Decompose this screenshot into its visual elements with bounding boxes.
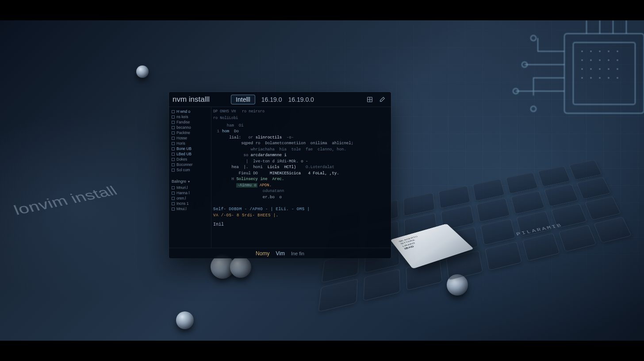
sidebar-item[interactable]: Fandise [171,119,210,125]
graphics-card-label: lonvim install [12,184,121,218]
sidebar-item[interactable]: Sol com [171,167,210,173]
file-icon [172,158,175,161]
divider-text-b: VA /-OS- 8 Srdi- BHEES | [213,213,276,218]
sidebar-item-label: Bone UB [176,146,192,151]
file-icon [172,142,175,145]
file-icon [172,192,175,195]
code-line: H Solinsecy ine Arec. [213,177,387,183]
svg-point-15 [617,59,618,61]
code-block: ham Oi1hom Do lial: or slinroctils -o- s… [213,123,387,201]
editor-top-label: ro NoliLobi [213,115,238,121]
file-icon [172,186,175,189]
file-icon [172,110,175,113]
editor-top-tabs: DP ONHS VH ro neirsro [213,109,387,115]
layout-icon[interactable] [365,95,374,104]
sidebar-item[interactable]: H wnd o [171,109,210,114]
svg-point-16 [581,68,583,70]
sidebar-item-label: LBed UB [176,152,192,156]
svg-point-14 [608,59,610,61]
capacitor-decor [176,311,194,329]
sidebar-item[interactable]: Hanna l [171,190,210,196]
repl-divider: Self- DOBDM - /APHO - | ElLi. - OMS | [213,207,387,213]
file-icon [172,115,175,119]
sidebar-item[interactable]: Hosse [171,135,210,141]
terminal-window: nvm installl Intelll 16.19.0 16.19.0.0 H… [169,92,391,258]
svg-point-5 [531,106,536,111]
code-line: | lve-ton d iRdi-MOk. o - [213,159,387,165]
code-line: Fieul DO MINEKCESicica 4 FoLal, ,ty. [213,171,387,177]
svg-point-22 [590,77,592,79]
version-label-b: 16.19.0.0 [288,96,314,103]
svg-point-17 [590,68,592,70]
chevron-down-icon: ▾ [188,180,190,184]
file-icon [172,169,175,172]
arch-badge: Intelll [231,95,255,104]
prompt-label: Inil [213,221,387,228]
sidebar-item[interactable]: Incns 1 [171,201,210,206]
sidebar-item[interactable]: LBed UB [171,151,210,157]
edit-icon[interactable] [378,95,387,104]
sidebar-item-label: oren.l [176,196,186,200]
code-line: hea |. honi Licls HCTl) O.Loterdalat [213,165,387,171]
sidebar-item-label: Dokes [176,157,187,161]
sidebar-item-label: Incns 1 [176,201,188,206]
sidebar-item[interactable]: Mnui.l [171,206,210,211]
sidebar-item[interactable]: becanno [171,125,210,130]
svg-point-21 [581,77,583,79]
sidebar-section-header[interactable]: Balingre ▾ [171,178,210,184]
status-mode-b: Vim [276,250,284,257]
file-icon [172,207,175,211]
statusbar: Nomy Vim Ine fin [169,248,391,258]
editor-pane[interactable]: DP ONHS VH ro neirsro ro NoliLobi ham Oi… [211,107,391,248]
sidebar-item-label: Boconner [176,162,192,167]
sidebar-item-label: Hosse [176,136,187,140]
capacitor-decor [136,65,149,78]
svg-point-25 [617,77,618,79]
svg-point-10 [617,50,618,52]
file-icon [172,163,175,166]
sidebar-item[interactable]: oren.l [171,196,210,201]
capacitor-decor [230,257,251,278]
sidebar-item-label: Mnuri.l [176,185,188,190]
sidebar-item[interactable]: Packtne [171,130,210,135]
sidebar-item[interactable]: Horis [171,141,210,146]
sidebar-item[interactable]: Boconner [171,162,210,167]
letterbox-top [0,0,644,20]
sidebar-item-label: ns keis [176,115,188,119]
background-photo: SR ACERTO SITTERA LIRARD IBAD PILARAMIB … [0,20,644,341]
sidebar-item-label: H wnd o [176,109,190,114]
file-icon [172,131,175,134]
svg-point-18 [599,68,601,70]
sidebar-item[interactable]: Bone UB [171,146,210,151]
sidebar-item-label: Fandise [176,120,190,124]
svg-point-9 [608,50,610,52]
sidebar-item[interactable]: ns keis [171,114,210,119]
code-line: ham Oi [213,123,387,129]
svg-point-23 [599,77,601,79]
version-label-a: 16.19.0 [261,96,282,103]
code-line: -Ainmu o APON. [213,183,387,189]
svg-rect-0 [564,34,644,113]
circuit-glow-decor [454,20,644,157]
sidebar-item-label: Mnui.l [176,207,187,211]
letterbox-bottom [0,341,644,361]
sidebar: H wnd ons keisFandisebecannoPacktneHosse… [169,107,211,248]
sidebar-item[interactable]: Dokes [171,157,210,162]
sidebar-item[interactable]: Mnuri.l [171,185,210,190]
svg-point-19 [608,68,610,70]
file-icon [172,202,175,205]
svg-point-7 [590,50,592,52]
sidebar-item-label: Sol com [176,168,190,172]
file-icon [172,137,175,140]
svg-point-6 [581,50,583,52]
code-line: er.bo o [213,195,387,201]
file-icon [172,197,175,200]
editor-top-label: ro neirsro [242,109,264,115]
code-line: lial: or slinroctils -o- [213,135,387,141]
status-mode-c: Ine fin [291,251,304,256]
code-line: so arcdardanmnne i [213,153,387,159]
code-line: sqped ro Dolametconmetiion onilima ahlic… [213,141,387,147]
sidebar-item-label: Horis [176,141,185,146]
sidebar-item-label: Hanna l [176,191,189,195]
sidebar-section-label: Balingre [172,179,186,184]
